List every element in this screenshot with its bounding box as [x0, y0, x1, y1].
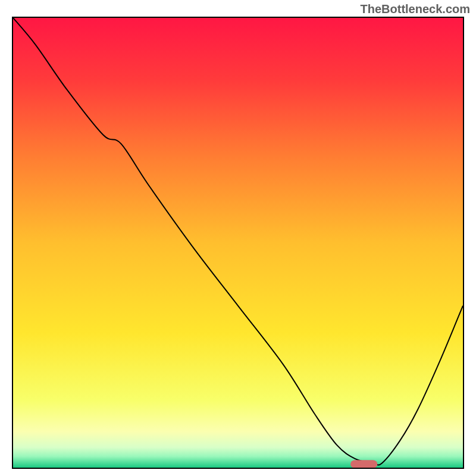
plot-frame: [12, 17, 464, 469]
chart-container: TheBottleneck.com: [0, 0, 476, 476]
plot-svg: [13, 18, 463, 468]
sweet-spot-marker: [350, 460, 377, 468]
plot-background: [13, 18, 463, 468]
watermark-text: TheBottleneck.com: [361, 2, 470, 16]
